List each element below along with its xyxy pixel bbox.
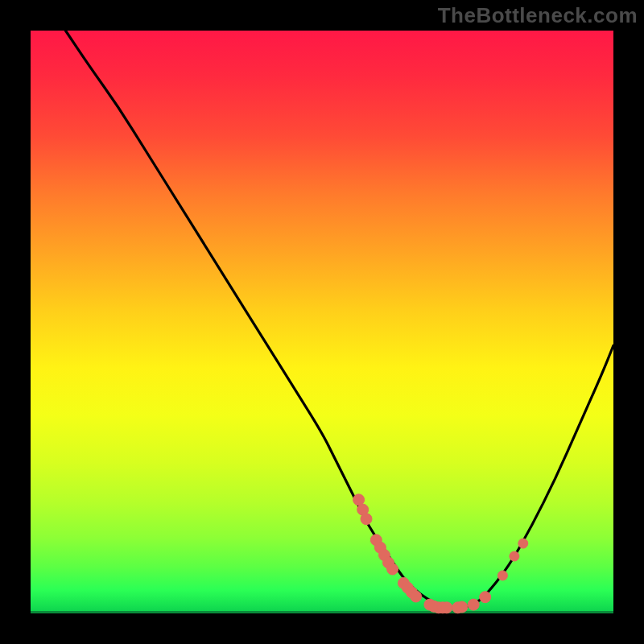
bottleneck-curve: [65, 31, 613, 608]
curve-marker: [456, 601, 468, 613]
watermark-text: TheBottleneck.com: [438, 3, 638, 28]
curve-marker: [510, 551, 519, 561]
chart-frame: TheBottleneck.com: [0, 0, 644, 644]
curve-marker: [480, 592, 491, 603]
plot-area: [31, 31, 613, 613]
curve-marker: [468, 599, 479, 610]
curve-marker: [411, 591, 422, 602]
curve-marker: [387, 564, 398, 575]
curve-marker: [497, 571, 507, 580]
curve-marker: [361, 514, 372, 525]
curve-svg: [31, 31, 613, 613]
curve-marker: [441, 602, 452, 613]
curve-marker: [518, 539, 528, 548]
marker-group: [353, 494, 528, 613]
